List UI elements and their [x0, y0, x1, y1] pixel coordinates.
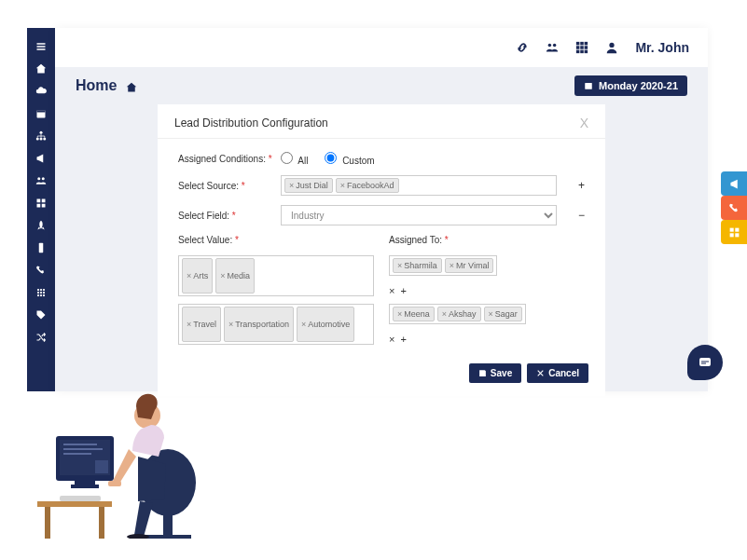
tag[interactable]: ×Mr Vimal	[445, 258, 494, 273]
svg-rect-31	[581, 50, 585, 54]
tag-remove-icon[interactable]: ×	[187, 320, 191, 329]
sidebar-calendar[interactable]	[27, 102, 55, 125]
svg-point-13	[37, 289, 39, 291]
svg-rect-55	[108, 481, 121, 486]
tag[interactable]: ×Media	[215, 258, 255, 294]
add-icon[interactable]: +	[400, 285, 406, 296]
add-icon[interactable]: +	[578, 179, 585, 192]
page-title: Home	[76, 77, 117, 94]
assigned-input-1[interactable]: ×Sharmila ×Mr Vimal	[389, 255, 497, 276]
svg-rect-36	[735, 227, 739, 231]
select-source-label: Select Source: *	[178, 181, 281, 191]
svg-point-4	[40, 138, 43, 141]
tag-remove-icon[interactable]: ×	[489, 309, 493, 319]
svg-rect-45	[63, 444, 97, 445]
chat-button[interactable]	[687, 345, 723, 380]
svg-rect-49	[75, 481, 95, 485]
tag[interactable]: ×Akshay	[437, 307, 481, 321]
svg-point-20	[40, 294, 42, 296]
tag[interactable]: ×Meena	[393, 307, 435, 321]
side-tab-grid[interactable]	[721, 220, 747, 244]
svg-point-5	[43, 138, 46, 141]
sidebar-rocket[interactable]	[27, 214, 55, 237]
tag[interactable]: ×Automotive	[297, 307, 354, 342]
user-name[interactable]: Mr. John	[635, 40, 689, 55]
tag-remove-icon[interactable]: ×	[220, 271, 225, 280]
svg-rect-27	[576, 46, 580, 49]
svg-rect-51	[60, 496, 101, 501]
side-tab-phone[interactable]	[721, 196, 747, 220]
tag[interactable]: ×Just Dial	[284, 178, 333, 193]
home-icon[interactable]	[126, 80, 137, 91]
tag[interactable]: ×Arts	[182, 258, 213, 294]
svg-point-17	[40, 292, 42, 294]
tag-remove-icon[interactable]: ×	[340, 181, 345, 190]
sidebar-mobile[interactable]	[27, 237, 55, 259]
svg-point-18	[43, 292, 45, 294]
field-select[interactable]: Industry	[281, 205, 557, 225]
tag-remove-icon[interactable]: ×	[228, 320, 233, 329]
tag-remove-icon[interactable]: ×	[301, 320, 306, 329]
remove-icon[interactable]: ×	[389, 334, 394, 345]
radio-custom[interactable]: Custom	[325, 152, 374, 166]
sidebar-shuffle[interactable]	[27, 326, 55, 348]
tag-remove-icon[interactable]: ×	[397, 309, 402, 319]
tag[interactable]: ×FacebookAd	[336, 178, 399, 193]
source-input[interactable]: ×Just Dial ×FacebookAd	[281, 175, 557, 196]
tag[interactable]: ×Sagar	[484, 307, 522, 321]
svg-rect-12	[39, 243, 44, 253]
date-badge[interactable]: Monday 2020-21	[574, 75, 687, 96]
grid-icon[interactable]	[575, 41, 588, 54]
svg-point-15	[43, 289, 45, 291]
svg-rect-48	[95, 460, 108, 473]
link-icon[interactable]	[516, 41, 529, 54]
svg-rect-24	[576, 42, 580, 46]
user-icon[interactable]	[605, 41, 618, 54]
sidebar-cloud[interactable]	[27, 80, 55, 102]
sidebar-megaphone[interactable]	[27, 147, 55, 170]
assigned-conditions-label: Assigned Conditions: *	[178, 154, 281, 164]
sidebar-tag[interactable]	[27, 304, 55, 326]
tag-remove-icon[interactable]: ×	[289, 181, 294, 190]
tag-remove-icon[interactable]: ×	[450, 261, 454, 270]
tag[interactable]: ×Sharmila	[393, 258, 442, 273]
svg-point-21	[43, 294, 45, 296]
assigned-to-label: Assigned To: *	[389, 235, 585, 245]
sidebar	[27, 28, 55, 391]
radio-all[interactable]: All	[281, 152, 308, 166]
svg-rect-1	[37, 110, 46, 112]
side-tabs	[721, 171, 747, 244]
tag-remove-icon[interactable]: ×	[397, 261, 402, 270]
side-tab-notification[interactable]	[721, 171, 747, 196]
close-icon[interactable]: X	[580, 116, 588, 130]
save-button[interactable]: Save	[469, 363, 521, 383]
value-input-2[interactable]: ×Travel ×Transportation ×Automotive	[178, 304, 374, 345]
assigned-input-2[interactable]: ×Meena ×Akshay ×Sagar	[389, 304, 526, 324]
cancel-button[interactable]: Cancel	[527, 363, 588, 383]
tag[interactable]: ×Travel	[182, 307, 221, 342]
select-value-label: Select Value: *	[178, 235, 374, 245]
users-icon[interactable]	[546, 41, 559, 54]
tag-remove-icon[interactable]: ×	[442, 309, 447, 319]
sidebar-phone[interactable]	[27, 259, 55, 281]
value-input-1[interactable]: ×Arts ×Media	[178, 255, 374, 296]
tag[interactable]: ×Transportation	[224, 307, 294, 342]
sidebar-grid[interactable]	[27, 192, 55, 214]
sidebar-apps[interactable]	[27, 281, 55, 304]
tag-remove-icon[interactable]: ×	[187, 271, 191, 280]
remove-icon[interactable]: −	[578, 209, 585, 222]
select-field-label: Select Field: *	[178, 211, 281, 221]
decorative-illustration	[28, 371, 224, 539]
sidebar-menu-toggle[interactable]	[27, 35, 55, 58]
svg-rect-8	[37, 199, 41, 203]
svg-rect-28	[581, 46, 585, 49]
svg-rect-37	[729, 233, 733, 237]
sidebar-hierarchy[interactable]	[27, 125, 55, 147]
svg-point-22	[548, 44, 552, 48]
sidebar-users[interactable]	[27, 170, 55, 192]
svg-point-2	[40, 131, 43, 134]
sidebar-home[interactable]	[27, 58, 55, 80]
save-icon	[478, 369, 487, 377]
add-icon[interactable]: +	[400, 334, 406, 345]
remove-icon[interactable]: ×	[389, 285, 394, 296]
